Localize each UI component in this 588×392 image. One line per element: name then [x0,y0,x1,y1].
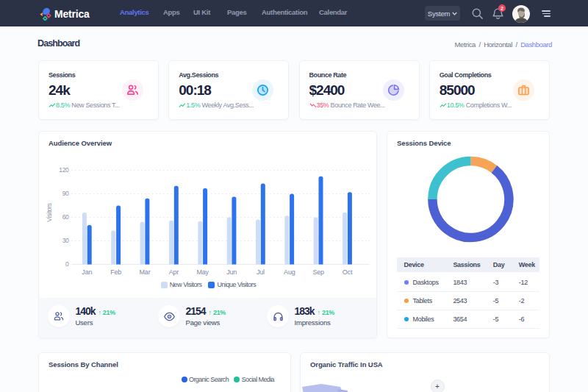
svg-text:60: 60 [62,213,69,221]
svg-text:Mar: Mar [140,268,151,276]
svg-text:0: 0 [65,260,69,268]
svg-text:Aug: Aug [284,268,295,276]
svg-text:Apr: Apr [169,268,179,276]
svg-text:Oct: Oct [343,268,353,276]
svg-text:Visitors: Visitors [46,203,53,221]
svg-text:30: 30 [62,237,69,244]
svg-text:Jan: Jan [82,268,92,276]
svg-text:Sep: Sep [312,268,324,276]
svg-text:90: 90 [62,190,69,197]
svg-text:120: 120 [59,166,69,174]
svg-text:Feb: Feb [110,268,121,276]
svg-text:Jul: Jul [257,268,265,276]
svg-text:May: May [196,268,209,276]
svg-text:Jun: Jun [226,268,237,276]
